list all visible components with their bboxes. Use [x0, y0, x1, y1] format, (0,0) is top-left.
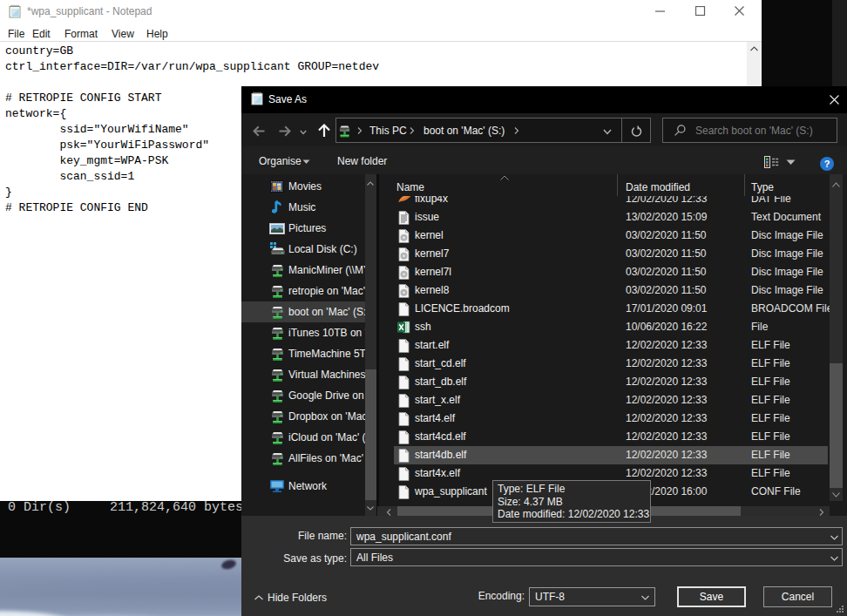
svg-text:?: ?: [824, 159, 830, 169]
